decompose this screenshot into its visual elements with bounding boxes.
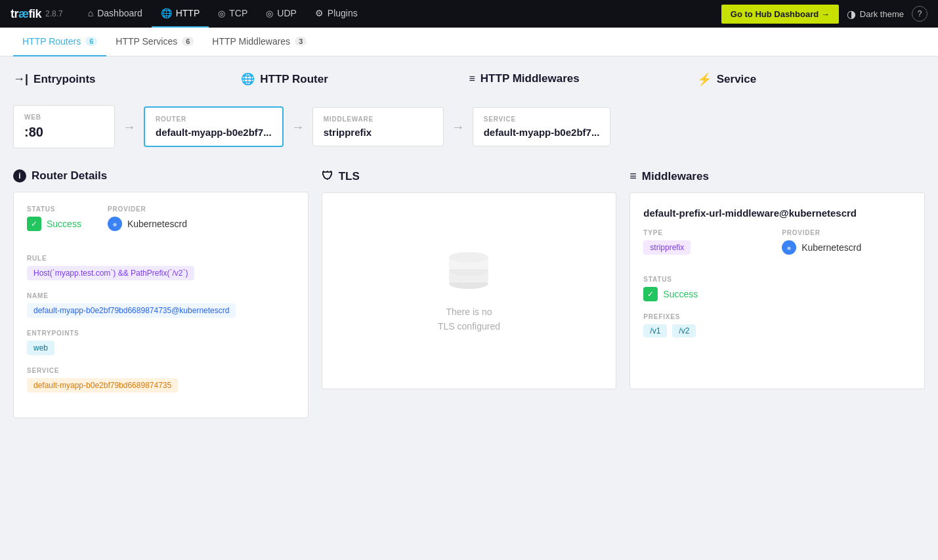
arrow-2: → (284, 119, 312, 135)
subtab-middlewares[interactable]: HTTP Middlewares 3 (203, 28, 316, 56)
mw-status-row: ✓ Success (643, 287, 911, 301)
flow-header-entrypoints: →| Entrypoints (13, 72, 241, 86)
main-content: →| Entrypoints 🌐 HTTP Router ≡ HTTP Midd… (0, 56, 938, 560)
router-details-section: i Router Details STATUS ✓ Success PROVID… (13, 169, 309, 418)
router-globe-icon: 🌐 (241, 72, 255, 86)
tls-empty-state: There is noTLS configured (335, 206, 603, 374)
globe-icon: 🌐 (161, 8, 172, 18)
rule-field: RULE Host(`myapp.test.com`) && PathPrefi… (27, 255, 295, 280)
name-field: NAME default-myapp-b0e2bf79bd6689874735@… (27, 292, 295, 318)
name-value: default-myapp-b0e2bf79bd6689874735@kuber… (27, 303, 236, 318)
mw-kubernetes-icon: ⎈ (782, 240, 796, 255)
entrypoints-field: ENTRYPOINTS web (27, 330, 295, 355)
router-card-label: ROUTER (156, 116, 272, 123)
bolt-icon: ⚡ (697, 72, 712, 87)
subtab-routers[interactable]: HTTP Routers 6 (13, 28, 106, 56)
middleware-card-label: MIDDLEWARE (324, 116, 433, 123)
svg-point-4 (449, 252, 488, 263)
service-card-value: default-myapp-b0e2bf7... (484, 127, 600, 138)
theme-icon: ◑ (847, 8, 856, 20)
entrypoint-card-value: :80 (24, 125, 104, 140)
tls-card: There is noTLS configured (322, 192, 617, 389)
nav-udp[interactable]: ◎ UDP (257, 0, 306, 28)
middlewares-card: default-prefix-url-middleware@kubernetes… (629, 192, 925, 389)
services-badge: 6 (182, 37, 194, 46)
mw-status-field: STATUS ✓ Success (643, 276, 911, 301)
status-row: ✓ Success (27, 217, 81, 231)
status-value: Success (47, 219, 81, 229)
provider-value: Kubernetescrd (127, 219, 187, 229)
subtab-services[interactable]: HTTP Services 6 (106, 28, 203, 56)
provider-field: PROVIDER ⎈ Kubernetescrd (108, 205, 187, 231)
app-version: 2.8.7 (45, 9, 63, 18)
hub-dashboard-button[interactable]: Go to Hub Dashboard → (721, 5, 839, 24)
status-field: STATUS ✓ Success (27, 205, 81, 231)
arrow-1: → (115, 119, 144, 135)
tls-empty-text: There is noTLS configured (438, 305, 500, 334)
nav-plugins[interactable]: ⚙ Plugins (306, 0, 367, 28)
tcp-icon: ◎ (218, 9, 225, 18)
detail-sections: i Router Details STATUS ✓ Success PROVID… (13, 169, 925, 418)
flow-header-router: 🌐 HTTP Router (241, 72, 469, 86)
middlewares-section: ≡ Middlewares default-prefix-url-middlew… (629, 169, 925, 418)
middlewares-title: ≡ Middlewares (629, 169, 925, 183)
entrypoint-card: WEB :80 (13, 105, 115, 148)
tls-section: 🛡 TLS There is noTLS c (322, 169, 617, 418)
help-button[interactable]: ? (912, 6, 927, 22)
nav-http[interactable]: 🌐 HTTP (152, 0, 209, 28)
shield-icon: 🛡 (322, 169, 333, 183)
mw-provider-value: Kubernetescrd (801, 242, 861, 253)
app-logo: træfik (11, 7, 41, 21)
udp-icon: ◎ (266, 9, 273, 18)
mw-provider-row: ⎈ Kubernetescrd (782, 240, 911, 255)
flow-header-service: ⚡ Service (697, 72, 925, 87)
service-flow-card: SERVICE default-myapp-b0e2bf7... (473, 107, 611, 146)
routers-badge: 6 (85, 37, 97, 46)
router-card[interactable]: ROUTER default-myapp-b0e2bf7... (144, 106, 284, 147)
nav-tcp[interactable]: ◎ TCP (209, 0, 257, 28)
prefix-v1: /v1 (643, 324, 667, 337)
status-success-icon: ✓ (27, 217, 41, 231)
service-value: default-myapp-b0e2bf79bd6689874735 (27, 378, 178, 393)
layers-icon: ≡ (469, 73, 475, 85)
arrow-3: → (444, 119, 473, 135)
service-card-label: SERVICE (484, 116, 600, 123)
router-details-title: i Router Details (13, 169, 309, 183)
info-icon: i (13, 169, 26, 183)
mw-type-field: TYPE stripprefix (643, 229, 773, 255)
plugins-icon: ⚙ (315, 8, 324, 18)
provider-row: ⎈ Kubernetescrd (108, 217, 187, 231)
router-card-value: default-myapp-b0e2bf7... (156, 127, 272, 138)
mw-type-value: stripprefix (643, 240, 691, 255)
mw-grid: TYPE stripprefix PROVIDER ⎈ Kubernetescr… (643, 229, 911, 267)
prefix-list: /v1 /v2 (643, 324, 911, 337)
middleware-card-value: stripprefix (324, 127, 433, 138)
subtabs-bar: HTTP Routers 6 HTTP Services 6 HTTP Midd… (0, 28, 938, 56)
entrypoints-value: web (27, 341, 54, 355)
tls-title: 🛡 TLS (322, 169, 617, 183)
router-details-card: STATUS ✓ Success PROVIDER ⎈ Kubernetescr… (13, 192, 309, 418)
prefix-v2: /v2 (672, 324, 696, 337)
tls-stack-icon (442, 246, 495, 294)
middlewares-badge: 3 (295, 37, 307, 46)
topnav: træfik 2.8.7 ⌂ Dashboard 🌐 HTTP ◎ TCP ◎ … (0, 0, 938, 28)
kubernetes-icon: ⎈ (108, 217, 122, 231)
service-field: SERVICE default-myapp-b0e2bf79bd66898747… (27, 367, 295, 393)
flow-diagram: →| Entrypoints 🌐 HTTP Router ≡ HTTP Midd… (13, 72, 925, 148)
mw-status-value: Success (663, 289, 698, 299)
nav-dashboard[interactable]: ⌂ Dashboard (79, 0, 152, 28)
mw-provider-field: PROVIDER ⎈ Kubernetescrd (782, 229, 911, 255)
entrypoint-card-label: WEB (24, 114, 104, 121)
entrypoint-icon: →| (13, 72, 28, 86)
home-icon: ⌂ (88, 8, 93, 18)
middlewares-layers-icon: ≡ (629, 169, 637, 183)
middleware-card: MIDDLEWARE stripprefix (312, 107, 444, 146)
mw-status-icon: ✓ (643, 287, 658, 301)
mw-prefixes-field: PREFIXES /v1 /v2 (643, 313, 911, 337)
rule-value: Host(`myapp.test.com`) && PathPrefix(`/v… (27, 266, 194, 280)
middleware-name: default-prefix-url-middleware@kubernetes… (643, 206, 911, 220)
flow-header-middlewares: ≡ HTTP Middlewares (469, 72, 697, 85)
theme-toggle[interactable]: ◑ Dark theme (847, 8, 904, 20)
